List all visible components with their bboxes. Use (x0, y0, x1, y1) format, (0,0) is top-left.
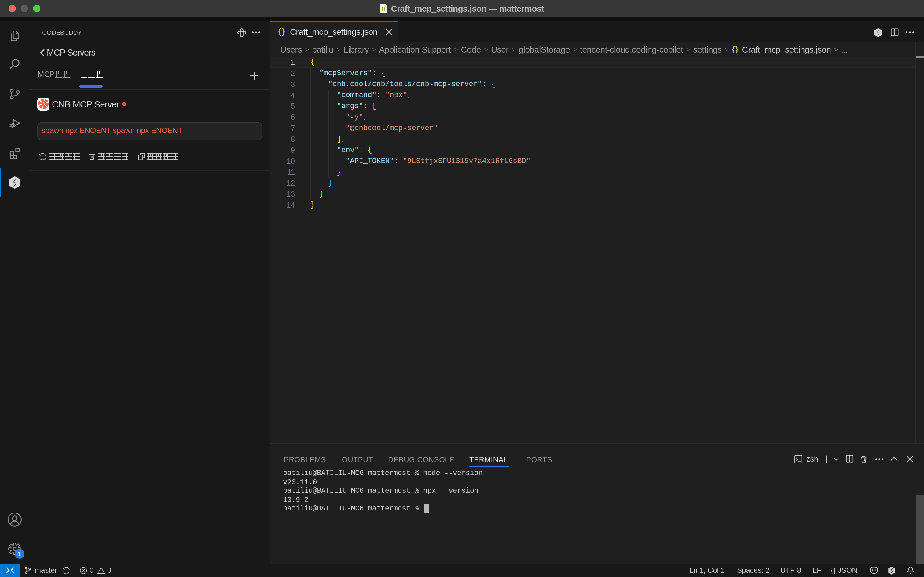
svg-text:{}: {} (381, 6, 386, 11)
